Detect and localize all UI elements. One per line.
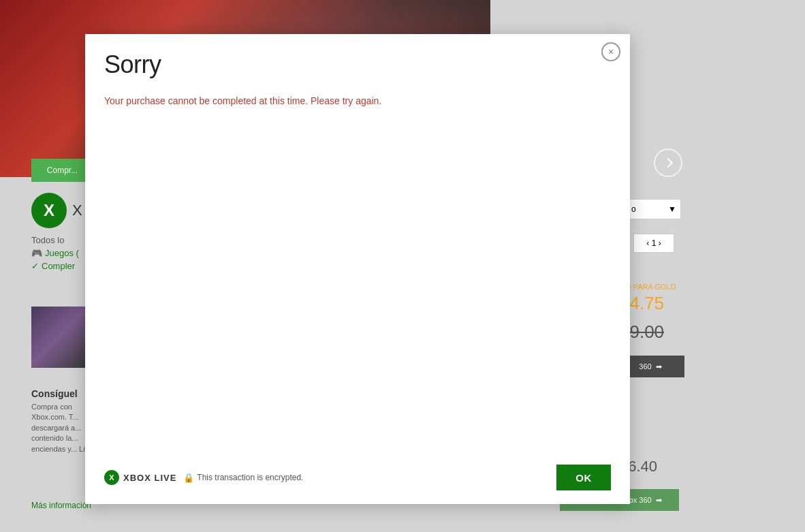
xbox-live-x-letter: X [109, 473, 114, 482]
chevron-down-icon: ▼ [668, 204, 676, 214]
comple-icon: ✓ [31, 261, 39, 271]
juegos-text: Juegos ( [45, 248, 79, 258]
xbox-live-circle-icon: X [104, 470, 119, 485]
modal-body: Your purchase cannot be completed at thi… [85, 86, 630, 454]
modal-footer-left: X XBOX LIVE 🔒 This transaction is encryp… [104, 470, 303, 485]
xbox-live-label: XBOX LIVE [123, 473, 176, 483]
sort-dropdown[interactable]: o ▼ [627, 199, 681, 219]
error-modal: Sorry × Your purchase cannot be complete… [85, 34, 630, 504]
game-thumbnail [31, 307, 86, 368]
ok-label: OK [575, 472, 592, 484]
gold-label: O PARA GOLD [625, 283, 676, 291]
modal-footer: X XBOX LIVE 🔒 This transaction is encryp… [85, 454, 630, 504]
mas-informacion-link[interactable]: Más información [31, 501, 91, 510]
xbox-logo-area: X X [31, 193, 82, 228]
ok-button[interactable]: OK [556, 465, 611, 490]
arrow-circle-icon: ➡ [656, 362, 662, 371]
close-icon: × [608, 46, 614, 57]
comple-text: Compler [42, 261, 75, 271]
encrypted-label-text: This transaction is encrypted. [197, 473, 303, 482]
next-slide-button[interactable] [654, 148, 682, 177]
comple-link[interactable]: ✓ Compler [31, 261, 79, 271]
modal-error-message: Your purchase cannot be completed at thi… [104, 94, 611, 108]
arrow-right-icon: ➡ [656, 496, 662, 505]
sidebar: Todos lo 🎮 Juegos ( ✓ Compler [31, 235, 79, 274]
lock-icon: 🔒 [183, 473, 194, 483]
gamepad-icon: 🎮 [31, 248, 42, 258]
pagination-control[interactable]: ‹ 1 › [633, 234, 674, 253]
juegos-link[interactable]: 🎮 Juegos ( [31, 248, 79, 258]
encrypted-notice: 🔒 This transaction is encrypted. [183, 473, 303, 483]
modal-title: Sorry [104, 50, 611, 79]
consiguelo-heading: Consíguel [31, 388, 78, 399]
modal-header: Sorry × [85, 34, 630, 86]
comprar-button[interactable]: Compr... [31, 159, 89, 182]
todos-label: Todos lo [31, 235, 79, 245]
comprar-label: Compr... [47, 166, 78, 175]
descargar-360-label: 360 [639, 362, 651, 371]
xbox-live-logo: X XBOX LIVE [104, 470, 176, 485]
modal-close-button[interactable]: × [601, 42, 620, 61]
pagination-text: ‹ 1 › [646, 238, 661, 248]
dropdown-value: o [631, 204, 636, 214]
xbox-x-letter: X [44, 201, 54, 220]
xbox-circle-icon: X [31, 193, 67, 228]
xbox-name-partial: X [72, 202, 82, 219]
